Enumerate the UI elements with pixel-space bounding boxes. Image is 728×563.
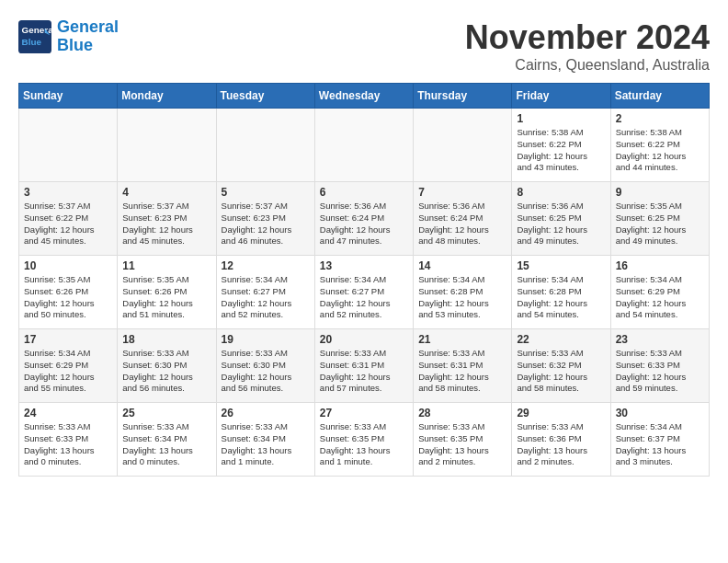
day-number: 2: [616, 112, 704, 125]
day-number: 25: [122, 407, 210, 419]
calendar-cell: 14Sunrise: 5:34 AM Sunset: 6:28 PM Dayli…: [414, 256, 512, 329]
day-number: 8: [517, 186, 605, 199]
day-header-friday: Friday: [512, 84, 610, 109]
month-title: November 2024: [465, 18, 710, 57]
calendar-cell: 16Sunrise: 5:34 AM Sunset: 6:29 PM Dayli…: [610, 256, 709, 329]
day-number: 29: [517, 407, 605, 419]
day-number: 4: [122, 186, 210, 199]
day-info: Sunrise: 5:33 AM Sunset: 6:32 PM Dayligh…: [517, 348, 605, 395]
day-number: 15: [517, 259, 605, 272]
day-number: 17: [24, 333, 112, 346]
day-info: Sunrise: 5:33 AM Sunset: 6:33 PM Dayligh…: [24, 421, 112, 468]
day-info: Sunrise: 5:35 AM Sunset: 6:25 PM Dayligh…: [616, 201, 704, 247]
calendar-week-row: 1Sunrise: 5:38 AM Sunset: 6:22 PM Daylig…: [19, 109, 710, 182]
calendar-cell: 18Sunrise: 5:33 AM Sunset: 6:30 PM Dayli…: [118, 329, 216, 403]
day-number: 9: [616, 186, 704, 199]
day-header-thursday: Thursday: [414, 84, 512, 109]
day-info: Sunrise: 5:33 AM Sunset: 6:36 PM Dayligh…: [517, 421, 605, 468]
day-info: Sunrise: 5:37 AM Sunset: 6:22 PM Dayligh…: [24, 201, 112, 247]
day-number: 1: [517, 112, 605, 125]
calendar-week-row: 24Sunrise: 5:33 AM Sunset: 6:33 PM Dayli…: [19, 403, 710, 477]
calendar-cell: 11Sunrise: 5:35 AM Sunset: 6:26 PM Dayli…: [118, 256, 216, 329]
calendar-cell: 10Sunrise: 5:35 AM Sunset: 6:26 PM Dayli…: [19, 256, 118, 329]
day-info: Sunrise: 5:36 AM Sunset: 6:25 PM Dayligh…: [517, 201, 605, 247]
day-info: Sunrise: 5:38 AM Sunset: 6:22 PM Dayligh…: [517, 127, 605, 174]
day-info: Sunrise: 5:34 AM Sunset: 6:27 PM Dayligh…: [222, 274, 310, 321]
day-info: Sunrise: 5:35 AM Sunset: 6:26 PM Dayligh…: [24, 274, 112, 321]
day-number: 24: [24, 407, 112, 419]
calendar-cell: [216, 109, 314, 182]
calendar-week-row: 3Sunrise: 5:37 AM Sunset: 6:22 PM Daylig…: [19, 182, 710, 256]
calendar-cell: 15Sunrise: 5:34 AM Sunset: 6:28 PM Dayli…: [512, 256, 610, 329]
day-number: 5: [222, 186, 310, 199]
day-info: Sunrise: 5:38 AM Sunset: 6:22 PM Dayligh…: [616, 127, 704, 174]
location-title: Cairns, Queensland, Australia: [465, 57, 710, 74]
day-number: 6: [320, 186, 408, 199]
page-header: General Blue General Blue November 2024 …: [18, 18, 710, 74]
calendar-cell: 3Sunrise: 5:37 AM Sunset: 6:22 PM Daylig…: [19, 182, 118, 256]
title-area: November 2024 Cairns, Queensland, Austra…: [465, 18, 710, 74]
calendar-cell: 27Sunrise: 5:33 AM Sunset: 6:35 PM Dayli…: [314, 403, 413, 477]
day-header-monday: Monday: [118, 84, 216, 109]
calendar-cell: [414, 109, 512, 182]
calendar-cell: 1Sunrise: 5:38 AM Sunset: 6:22 PM Daylig…: [512, 109, 610, 182]
logo-text-line1: General: [57, 18, 119, 37]
calendar-cell: 25Sunrise: 5:33 AM Sunset: 6:34 PM Dayli…: [118, 403, 216, 477]
day-info: Sunrise: 5:33 AM Sunset: 6:31 PM Dayligh…: [320, 348, 408, 395]
calendar-cell: 26Sunrise: 5:33 AM Sunset: 6:34 PM Dayli…: [216, 403, 314, 477]
calendar-cell: 9Sunrise: 5:35 AM Sunset: 6:25 PM Daylig…: [610, 182, 709, 256]
day-info: Sunrise: 5:34 AM Sunset: 6:28 PM Dayligh…: [517, 274, 605, 321]
calendar-cell: 8Sunrise: 5:36 AM Sunset: 6:25 PM Daylig…: [512, 182, 610, 256]
calendar-cell: [118, 109, 216, 182]
day-number: 10: [24, 259, 112, 272]
day-number: 11: [122, 259, 210, 272]
calendar-header-row: SundayMondayTuesdayWednesdayThursdayFrid…: [19, 84, 710, 109]
calendar-cell: 30Sunrise: 5:34 AM Sunset: 6:37 PM Dayli…: [610, 403, 709, 477]
day-number: 19: [222, 333, 310, 346]
day-info: Sunrise: 5:33 AM Sunset: 6:31 PM Dayligh…: [418, 348, 506, 395]
day-number: 18: [122, 333, 210, 346]
day-number: 7: [418, 186, 506, 199]
calendar-cell: [314, 109, 413, 182]
day-header-sunday: Sunday: [19, 84, 118, 109]
calendar-cell: 20Sunrise: 5:33 AM Sunset: 6:31 PM Dayli…: [314, 329, 413, 403]
day-number: 14: [418, 259, 506, 272]
calendar-cell: 29Sunrise: 5:33 AM Sunset: 6:36 PM Dayli…: [512, 403, 610, 477]
calendar-cell: 12Sunrise: 5:34 AM Sunset: 6:27 PM Dayli…: [216, 256, 314, 329]
svg-text:Blue: Blue: [22, 37, 42, 47]
day-number: 28: [418, 407, 506, 419]
logo-text-line2: Blue: [57, 37, 119, 55]
day-number: 12: [222, 259, 310, 272]
day-header-saturday: Saturday: [610, 84, 709, 109]
day-number: 27: [320, 407, 408, 419]
svg-text:General: General: [22, 25, 51, 35]
day-number: 22: [517, 333, 605, 346]
day-info: Sunrise: 5:37 AM Sunset: 6:23 PM Dayligh…: [122, 201, 210, 247]
day-info: Sunrise: 5:36 AM Sunset: 6:24 PM Dayligh…: [418, 201, 506, 247]
day-number: 21: [418, 333, 506, 346]
day-info: Sunrise: 5:33 AM Sunset: 6:30 PM Dayligh…: [122, 348, 210, 395]
day-info: Sunrise: 5:34 AM Sunset: 6:37 PM Dayligh…: [616, 421, 704, 468]
day-info: Sunrise: 5:37 AM Sunset: 6:23 PM Dayligh…: [222, 201, 310, 247]
day-info: Sunrise: 5:33 AM Sunset: 6:34 PM Dayligh…: [122, 421, 210, 468]
day-info: Sunrise: 5:34 AM Sunset: 6:27 PM Dayligh…: [320, 274, 408, 321]
calendar-cell: 13Sunrise: 5:34 AM Sunset: 6:27 PM Dayli…: [314, 256, 413, 329]
day-info: Sunrise: 5:34 AM Sunset: 6:28 PM Dayligh…: [418, 274, 506, 321]
calendar-cell: 28Sunrise: 5:33 AM Sunset: 6:35 PM Dayli…: [414, 403, 512, 477]
day-number: 20: [320, 333, 408, 346]
day-info: Sunrise: 5:34 AM Sunset: 6:29 PM Dayligh…: [616, 274, 704, 321]
day-info: Sunrise: 5:35 AM Sunset: 6:26 PM Dayligh…: [122, 274, 210, 321]
day-info: Sunrise: 5:33 AM Sunset: 6:35 PM Dayligh…: [320, 421, 408, 468]
logo: General Blue General Blue: [18, 18, 119, 55]
calendar-cell: [19, 109, 118, 182]
day-info: Sunrise: 5:33 AM Sunset: 6:34 PM Dayligh…: [222, 421, 310, 468]
calendar-cell: 17Sunrise: 5:34 AM Sunset: 6:29 PM Dayli…: [19, 329, 118, 403]
calendar-week-row: 10Sunrise: 5:35 AM Sunset: 6:26 PM Dayli…: [19, 256, 710, 329]
calendar-cell: 22Sunrise: 5:33 AM Sunset: 6:32 PM Dayli…: [512, 329, 610, 403]
calendar-cell: 4Sunrise: 5:37 AM Sunset: 6:23 PM Daylig…: [118, 182, 216, 256]
calendar-cell: 7Sunrise: 5:36 AM Sunset: 6:24 PM Daylig…: [414, 182, 512, 256]
calendar-cell: 5Sunrise: 5:37 AM Sunset: 6:23 PM Daylig…: [216, 182, 314, 256]
calendar-cell: 21Sunrise: 5:33 AM Sunset: 6:31 PM Dayli…: [414, 329, 512, 403]
calendar-week-row: 17Sunrise: 5:34 AM Sunset: 6:29 PM Dayli…: [19, 329, 710, 403]
day-info: Sunrise: 5:33 AM Sunset: 6:30 PM Dayligh…: [222, 348, 310, 395]
